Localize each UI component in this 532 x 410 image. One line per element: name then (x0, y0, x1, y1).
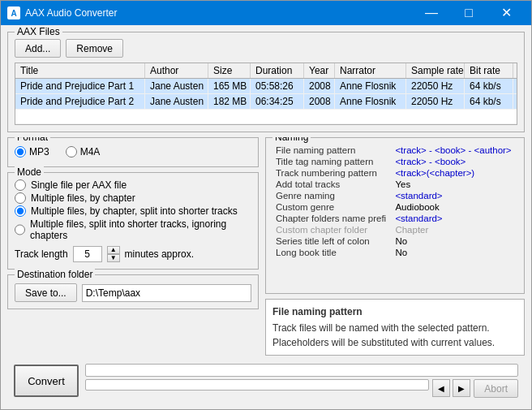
row1-duration: 05:58:26 (251, 79, 304, 93)
naming-val-9: No (392, 235, 517, 247)
row1-size: 165 MB (208, 79, 251, 93)
progress-bottom-row: ◀ ▶ Abort (85, 379, 518, 398)
table-row[interactable]: Pride and Prejudice Part 1 Jane Austen 1… (15, 79, 517, 94)
naming-key-6: Custom genre (272, 201, 392, 213)
mode2-radio[interactable] (15, 205, 26, 217)
mode-options: Single file per AAX file Multiple files,… (15, 179, 251, 241)
file-naming-desc-title: File naming pattern (272, 304, 517, 319)
col-header-duration: Duration (251, 63, 304, 78)
naming-row[interactable]: Add total tracks Yes (272, 179, 517, 190)
col-header-samplerate: Sample rate (406, 63, 465, 78)
format-mp3-label: MP3 (29, 146, 49, 158)
track-length-label: Track length (15, 248, 68, 260)
destination-group: Destination folder Save to... (7, 274, 259, 309)
track-length-row: Track length ▲ ▼ minutes approx. (15, 246, 251, 262)
row2-narrator: Anne Flosnik (335, 94, 406, 109)
naming-key-7: Chapter folders name prefi (272, 213, 392, 224)
aax-files-label: AAX Files (15, 26, 62, 37)
format-mp3-radio[interactable] (15, 146, 26, 158)
mode3-label: Multiple files, split into shorter track… (30, 218, 251, 241)
format-m4a-radio[interactable] (66, 146, 77, 158)
col-header-author: Author (145, 63, 208, 78)
abort-button[interactable]: Abort (474, 379, 518, 398)
naming-row[interactable]: Long book title No (272, 247, 517, 258)
spinner-down-button[interactable]: ▼ (107, 254, 120, 262)
naming-val-4: Yes (392, 179, 517, 190)
app-icon: A (7, 6, 20, 19)
spinner-up-button[interactable]: ▲ (107, 246, 120, 254)
mode0-radio[interactable] (15, 179, 26, 191)
row1-samplerate: 22050 Hz (406, 79, 465, 93)
naming-val-7: <standard> (392, 213, 517, 224)
row2-year: 2008 (304, 94, 335, 109)
naming-val-3: <track>(<chapter>) (392, 167, 517, 179)
mode-group: Mode Single file per AAX file Multiple f… (7, 172, 259, 270)
main-bottom: Format MP3 M4A Mode Single file per A (7, 137, 525, 356)
left-panel: Format MP3 M4A Mode Single file per A (7, 137, 259, 356)
naming-val-2: <track> - <book> (392, 156, 517, 167)
mode-label: Mode (15, 166, 44, 178)
nav-next-button[interactable]: ▶ (453, 379, 470, 397)
naming-key-1: File naming pattern (272, 145, 392, 156)
naming-row[interactable]: Track numbering pattern <track>(<chapter… (272, 167, 517, 179)
progress-area: ◀ ▶ Abort (85, 364, 518, 398)
row2-samplerate: 22050 Hz (406, 94, 465, 109)
mode-option-split-nochapter: Multiple files, split into shorter track… (15, 218, 251, 241)
files-table: Title Author Size Duration Year Narrator… (15, 63, 517, 125)
track-length-input[interactable] (73, 246, 102, 262)
mode1-radio[interactable] (15, 192, 26, 204)
minimize-button[interactable]: — (413, 1, 450, 25)
naming-key-10: Long book title (272, 247, 392, 258)
destination-label: Destination folder (15, 269, 95, 280)
progress-bar-small1 (85, 379, 429, 391)
naming-row[interactable]: Custom genre Audiobook (272, 201, 517, 213)
format-group: Format MP3 M4A (7, 137, 259, 167)
table-empty-row (15, 110, 517, 124)
row2-duration: 06:34:25 (251, 94, 304, 109)
row1-bitrate: 64 kb/s (465, 79, 513, 93)
nav-buttons: ◀ ▶ (432, 379, 470, 398)
mode2-label: Multiple files, by chapter, split into s… (31, 205, 238, 217)
nav-prev-button[interactable]: ◀ (432, 379, 450, 397)
naming-row[interactable]: Title tag naming pattern <track> - <book… (272, 156, 517, 167)
naming-val-8: Chapter (392, 224, 517, 235)
naming-val-10: No (392, 247, 517, 258)
format-m4a-label: M4A (80, 146, 101, 158)
main-content: AAX Files Add... Remove Title Author Siz… (1, 25, 531, 409)
col-header-year: Year (304, 63, 335, 78)
naming-row[interactable]: Chapter folders name prefi <standard> (272, 213, 517, 224)
destination-row: Save to... (15, 283, 251, 302)
save-to-button[interactable]: Save to... (15, 283, 77, 302)
row2-title: Pride and Prejudice Part 2 (15, 94, 145, 109)
convert-button[interactable]: Convert (14, 365, 79, 397)
naming-key-3: Track numbering pattern (272, 167, 392, 179)
table-row[interactable]: Pride and Prejudice Part 2 Jane Austen 1… (15, 94, 517, 110)
mode0-label: Single file per AAX file (31, 179, 127, 191)
naming-val-1: <track> - <book> - <author> (392, 145, 517, 156)
mode-option-chapter-split: Multiple files, by chapter, split into s… (15, 205, 251, 217)
row2-size: 182 MB (208, 94, 251, 109)
naming-key-9: Series title left of colon (272, 235, 392, 247)
naming-row[interactable]: Genre naming <standard> (272, 190, 517, 201)
aax-files-toolbar: Add... Remove (15, 39, 517, 58)
naming-row[interactable]: Custom chapter folder Chapter (272, 224, 517, 235)
close-button[interactable]: ✕ (487, 1, 525, 25)
destination-path-input[interactable] (82, 284, 251, 302)
row1-narrator: Anne Flosnik (335, 79, 406, 93)
naming-val-5: <standard> (392, 190, 517, 201)
row1-author: Jane Austen (145, 79, 208, 93)
window-title: AAX Audio Converter (25, 7, 413, 19)
naming-row[interactable]: File naming pattern <track> - <book> - <… (272, 145, 517, 156)
naming-row[interactable]: Series title left of colon No (272, 235, 517, 247)
mode3-radio[interactable] (15, 224, 25, 235)
col-header-bitrate: Bit rate (465, 63, 513, 78)
maximize-button[interactable]: □ (450, 1, 487, 25)
remove-button[interactable]: Remove (66, 39, 123, 58)
file-naming-description: File naming pattern Track files will be … (265, 299, 525, 356)
aax-files-group: AAX Files Add... Remove Title Author Siz… (7, 32, 525, 132)
add-button[interactable]: Add... (15, 39, 61, 58)
col-header-title: Title (15, 63, 145, 78)
track-length-spinner: ▲ ▼ (107, 246, 120, 262)
naming-group: Naming File naming pattern <track> - <bo… (265, 137, 525, 294)
format-mp3-row: MP3 M4A (15, 146, 251, 158)
